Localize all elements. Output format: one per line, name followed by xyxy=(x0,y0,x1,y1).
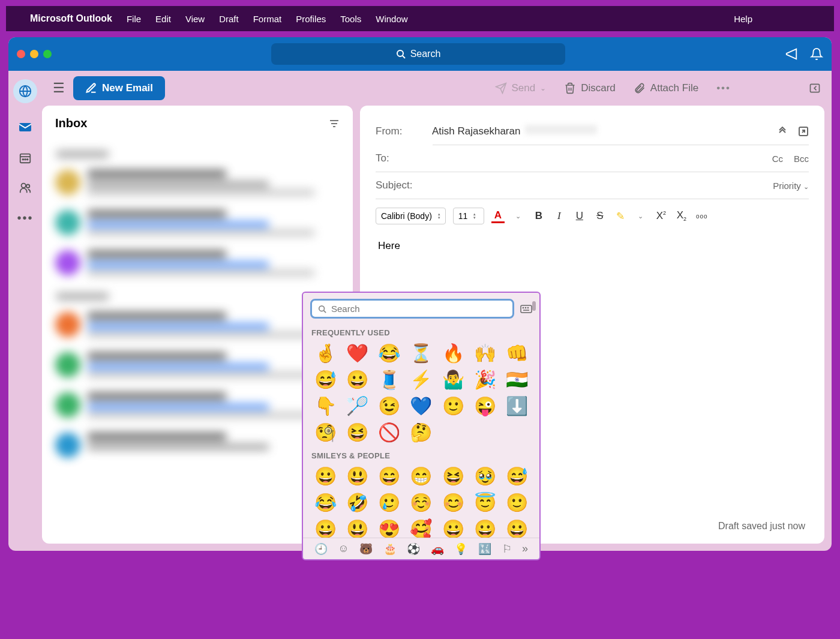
menu-view[interactable]: View xyxy=(185,14,205,24)
emoji-cell[interactable]: 🤣 xyxy=(342,490,373,515)
megaphone-icon[interactable] xyxy=(785,47,798,61)
emoji-cell[interactable]: 🙌 xyxy=(470,341,500,366)
emoji-cell[interactable]: 😃 xyxy=(342,517,373,538)
send-button[interactable]: Send ⌄ xyxy=(495,82,547,94)
collapse-up-icon[interactable] xyxy=(778,127,787,136)
minimize-button[interactable] xyxy=(30,50,38,58)
collapse-icon[interactable] xyxy=(809,82,821,94)
globe-button[interactable] xyxy=(13,79,37,103)
emoji-cell[interactable]: 🤔 xyxy=(406,420,436,445)
mail-icon[interactable] xyxy=(18,120,32,134)
cc-button[interactable]: Cc xyxy=(772,154,783,164)
category-more-icon[interactable]: » xyxy=(522,542,528,555)
emoji-cell[interactable]: ⬇️ xyxy=(502,394,532,419)
menu-edit[interactable]: Edit xyxy=(155,14,171,24)
emoji-cell[interactable]: ☺️ xyxy=(406,490,436,515)
calendar-icon[interactable] xyxy=(19,151,32,164)
emoji-cell[interactable]: 🧐 xyxy=(310,420,341,445)
emoji-cell[interactable]: 😀 xyxy=(342,367,373,392)
maximize-button[interactable] xyxy=(43,50,52,58)
emoji-cell[interactable]: 😁 xyxy=(406,464,436,489)
email-row[interactable] xyxy=(52,425,343,465)
discard-button[interactable]: Discard xyxy=(564,82,616,94)
emoji-cell[interactable]: 😀 xyxy=(310,464,341,489)
bell-icon[interactable] xyxy=(810,47,823,61)
category-symbols-icon[interactable]: 🔣 xyxy=(478,542,491,556)
category-flags-icon[interactable]: ⚐ xyxy=(502,542,512,556)
menu-window[interactable]: Window xyxy=(376,14,407,24)
emoji-cell[interactable]: ❤️ xyxy=(342,341,373,366)
emoji-cell[interactable]: 😆 xyxy=(342,420,373,445)
underline-button[interactable]: U xyxy=(573,210,586,222)
emoji-cell[interactable]: 🇮🇳 xyxy=(502,367,532,392)
superscript-button[interactable]: X2 xyxy=(655,210,668,222)
category-food-icon[interactable]: 🎂 xyxy=(383,542,397,556)
emoji-cell[interactable]: 💙 xyxy=(406,394,436,419)
emoji-cell[interactable]: 🙂 xyxy=(502,490,532,515)
emoji-search-field[interactable] xyxy=(331,304,506,314)
email-row[interactable] xyxy=(52,243,343,283)
bcc-button[interactable]: Bcc xyxy=(794,154,809,164)
hamburger-icon[interactable]: ☰ xyxy=(53,80,65,96)
menu-draft[interactable]: Draft xyxy=(219,14,239,24)
category-objects-icon[interactable]: 💡 xyxy=(454,542,467,556)
emoji-cell[interactable]: 🏸 xyxy=(342,394,373,419)
emoji-cell[interactable]: 😍 xyxy=(374,517,404,538)
font-color-button[interactable]: A xyxy=(491,209,505,223)
category-activity-icon[interactable]: ⚽ xyxy=(407,542,420,556)
emoji-cell[interactable]: 🎉 xyxy=(470,367,500,392)
chevron-down-icon[interactable]: ⌄ xyxy=(512,212,525,220)
bold-button[interactable]: B xyxy=(532,210,545,222)
emoji-cell[interactable]: 🤷‍♂️ xyxy=(438,367,469,392)
menu-tools[interactable]: Tools xyxy=(340,14,361,24)
emoji-cell[interactable]: 😉 xyxy=(374,394,404,419)
menu-file[interactable]: File xyxy=(127,14,141,24)
menu-help[interactable]: Help xyxy=(734,14,752,24)
highlight-button[interactable]: ✎ xyxy=(614,210,627,223)
emoji-cell[interactable]: 👇 xyxy=(310,394,341,419)
emoji-cell[interactable]: 😊 xyxy=(438,490,469,515)
strikethrough-button[interactable]: S xyxy=(593,210,607,222)
people-icon[interactable] xyxy=(19,181,32,194)
email-row[interactable] xyxy=(52,305,343,345)
email-row[interactable] xyxy=(52,203,343,243)
emoji-cell[interactable]: 🔥 xyxy=(438,341,469,366)
emoji-cell[interactable]: 😂 xyxy=(374,341,404,366)
popout-icon[interactable] xyxy=(798,126,809,137)
emoji-cell[interactable]: 😀 xyxy=(470,517,500,538)
priority-dropdown[interactable]: Priority ⌄ xyxy=(773,181,809,191)
emoji-cell[interactable]: ⏳ xyxy=(406,341,436,366)
chevron-down-icon[interactable]: ⌄ xyxy=(634,212,647,220)
emoji-cell[interactable]: 😜 xyxy=(470,394,500,419)
emoji-cell[interactable]: 😇 xyxy=(470,490,500,515)
category-travel-icon[interactable]: 🚗 xyxy=(431,542,444,556)
from-value[interactable]: Atish Rajasekharan xyxy=(432,125,597,137)
menu-format[interactable]: Format xyxy=(253,14,282,24)
attach-button[interactable]: Attach File xyxy=(634,82,698,94)
category-recent-icon[interactable]: 🕘 xyxy=(314,542,328,556)
emoji-cell[interactable]: 😅 xyxy=(502,464,532,489)
category-smileys-icon[interactable]: ☺ xyxy=(338,542,349,555)
email-row[interactable] xyxy=(52,163,343,203)
emoji-cell[interactable]: 🤞 xyxy=(310,341,341,366)
subject-row[interactable]: Subject: Priority ⌄ xyxy=(376,172,809,199)
email-row[interactable] xyxy=(52,385,343,425)
emoji-cell[interactable]: 🚫 xyxy=(374,420,404,445)
category-animals-icon[interactable]: 🐻 xyxy=(359,542,373,556)
menu-profiles[interactable]: Profiles xyxy=(296,14,326,24)
email-row[interactable] xyxy=(52,345,343,385)
emoji-cell[interactable]: 😆 xyxy=(438,464,469,489)
to-row[interactable]: To: Cc Bcc xyxy=(376,145,809,172)
app-name[interactable]: Microsoft Outlook xyxy=(30,13,112,24)
emoji-cell[interactable]: 😀 xyxy=(310,517,341,538)
emoji-search-input[interactable] xyxy=(310,299,514,319)
emoji-cell[interactable]: 🥰 xyxy=(406,517,436,538)
more-apps-icon[interactable]: ••• xyxy=(17,211,33,225)
subscript-button[interactable]: X2 xyxy=(675,209,688,222)
emoji-cell[interactable]: ⚡ xyxy=(406,367,436,392)
keyboard-icon[interactable] xyxy=(520,305,532,313)
emoji-cell[interactable]: 🥹 xyxy=(470,464,500,489)
new-email-button[interactable]: New Email xyxy=(73,76,165,100)
emoji-cell[interactable]: 😀 xyxy=(438,517,469,538)
emoji-cell[interactable]: 👊 xyxy=(502,341,532,366)
